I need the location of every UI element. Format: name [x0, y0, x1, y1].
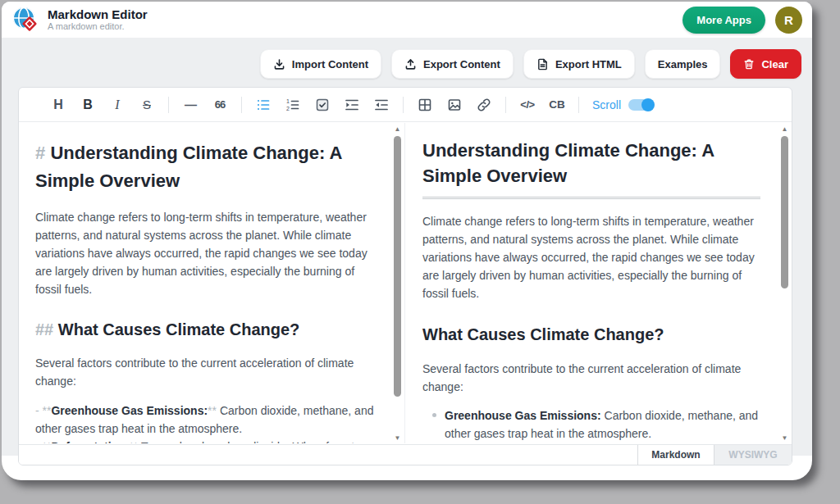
export-html-label: Export HTML	[555, 58, 622, 70]
svg-text:2: 2	[286, 106, 290, 111]
strikethrough-button[interactable]: S	[135, 93, 159, 117]
italic-button[interactable]: I	[105, 93, 130, 117]
scrollbar-thumb[interactable]	[781, 136, 788, 288]
preview-h2: What Causes Climate Change?	[422, 322, 760, 347]
numbered-list-icon: 1 2	[285, 98, 300, 112]
preview-paragraph: Climate change refers to long-term shift…	[422, 212, 760, 302]
scrollbar-thumb[interactable]	[394, 136, 401, 397]
toolbar-divider	[578, 97, 579, 113]
more-apps-button[interactable]: More Apps	[682, 7, 765, 34]
editor-panel: H B I S — 66 1 2	[18, 87, 792, 465]
desktop-background: Markdown Editor A markdown editor. More …	[0, 0, 840, 504]
scroll-toggle-knob	[641, 98, 655, 111]
blockquote-button[interactable]: 66	[208, 93, 232, 117]
table-icon	[418, 98, 432, 112]
app-header: Markdown Editor A markdown editor. More …	[2, 2, 812, 38]
formatting-toolbar: H B I S — 66 1 2	[19, 88, 792, 122]
h1-text: Understanding Climate Change: A Simple O…	[35, 143, 342, 191]
clear-label: Clear	[761, 58, 788, 70]
h1-marker: #	[35, 143, 45, 163]
bullet-list-icon	[256, 98, 271, 112]
markdown-pane-scrollbar[interactable]: ▲ ▼	[392, 125, 403, 442]
app-subtitle: A markdown editor.	[48, 21, 148, 32]
numbered-list-button[interactable]: 1 2	[281, 93, 305, 117]
user-avatar[interactable]: R	[775, 7, 802, 34]
link-icon	[477, 98, 491, 112]
bullet-list-button[interactable]	[251, 93, 276, 117]
tab-wysiwyg[interactable]: WYSIWYG	[714, 445, 792, 465]
h2-text: What Causes Climate Change?	[58, 320, 300, 338]
heading-button[interactable]: H	[46, 93, 71, 117]
markdown-h1-line: # Understanding Climate Change: A Simple…	[35, 139, 375, 195]
preview-list-item: Greenhouse Gas Emissions: Carbon dioxide…	[445, 406, 760, 443]
upload-icon	[404, 58, 417, 70]
task-list-icon	[315, 98, 330, 112]
export-content-button[interactable]: Export Content	[391, 49, 514, 79]
image-icon	[447, 98, 462, 112]
scroll-toggle[interactable]	[628, 99, 653, 111]
trash-icon	[743, 58, 755, 70]
toolbar-divider	[505, 97, 506, 113]
markdown-list-line: - **Deforestation:** Trees absorb carbon…	[35, 438, 375, 443]
preview-content: Understanding Climate Change: A Simple O…	[405, 123, 792, 443]
import-content-label: Import Content	[292, 58, 368, 70]
svg-text:1: 1	[286, 98, 290, 104]
clear-button[interactable]: Clear	[730, 49, 801, 79]
outdent-icon	[374, 98, 389, 112]
file-icon	[536, 58, 549, 70]
markdown-list-line: - **Greenhouse Gas Emissions:** Carbon d…	[35, 402, 375, 438]
scroll-up-arrow[interactable]: ▲	[779, 125, 790, 133]
markdown-editor-app-window: Markdown Editor A markdown editor. More …	[2, 2, 812, 480]
app-title: Markdown Editor	[48, 7, 148, 21]
preview-list: Greenhouse Gas Emissions: Carbon dioxide…	[422, 406, 760, 443]
markdown-source-pane[interactable]: # Understanding Climate Change: A Simple…	[19, 123, 405, 443]
table-button[interactable]	[413, 93, 437, 117]
scroll-up-arrow[interactable]: ▲	[392, 125, 403, 133]
h2-marker: ##	[35, 320, 53, 338]
export-content-label: Export Content	[423, 58, 500, 70]
indent-icon	[345, 98, 359, 112]
horizontal-rule-button[interactable]: —	[178, 93, 203, 117]
tab-markdown[interactable]: Markdown	[637, 445, 714, 465]
globe-with-red-diamond-logo-icon	[11, 6, 39, 34]
inline-code-button[interactable]: </>	[515, 93, 540, 117]
actions-row: Import Content Export Content Export HTM…	[260, 49, 801, 79]
preview-paragraph: Several factors contribute to the curren…	[422, 360, 760, 396]
scroll-sync-control: Scroll	[592, 98, 653, 111]
markdown-source-content: # Understanding Climate Change: A Simple…	[19, 123, 404, 443]
preview-h1: Understanding Climate Change: A Simple O…	[422, 138, 760, 199]
markdown-paragraph: Climate change refers to long-term shift…	[35, 208, 375, 298]
image-button[interactable]	[442, 93, 467, 117]
toolbar-divider	[241, 97, 242, 113]
scroll-down-arrow[interactable]: ▼	[779, 434, 790, 442]
editor-split-panes: # Understanding Climate Change: A Simple…	[19, 123, 792, 443]
markdown-list: - **Greenhouse Gas Emissions:** Carbon d…	[35, 402, 375, 443]
markdown-paragraph: Several factors contribute to the curren…	[35, 354, 375, 390]
download-icon	[273, 58, 285, 70]
preview-pane-scrollbar[interactable]: ▲ ▼	[779, 125, 790, 442]
task-list-button[interactable]	[310, 93, 335, 117]
outdent-button[interactable]	[369, 93, 394, 117]
import-content-button[interactable]: Import Content	[260, 49, 381, 79]
toolbar-divider	[403, 97, 404, 113]
code-block-button[interactable]: CB	[545, 93, 569, 117]
editor-mode-tabs: Markdown WYSIWYG	[19, 444, 792, 465]
toolbar-divider	[168, 97, 169, 113]
link-button[interactable]	[472, 93, 496, 117]
preview-pane: Understanding Climate Change: A Simple O…	[405, 123, 792, 443]
indent-button[interactable]	[340, 93, 364, 117]
bold-button[interactable]: B	[75, 93, 100, 117]
scroll-label: Scroll	[592, 98, 621, 111]
export-html-button[interactable]: Export HTML	[523, 49, 635, 79]
markdown-h2-line: ## What Causes Climate Change?	[35, 316, 375, 343]
app-title-block: Markdown Editor A markdown editor.	[48, 7, 148, 32]
examples-button[interactable]: Examples	[645, 49, 721, 79]
scroll-down-arrow[interactable]: ▼	[392, 434, 403, 442]
examples-label: Examples	[658, 58, 708, 70]
